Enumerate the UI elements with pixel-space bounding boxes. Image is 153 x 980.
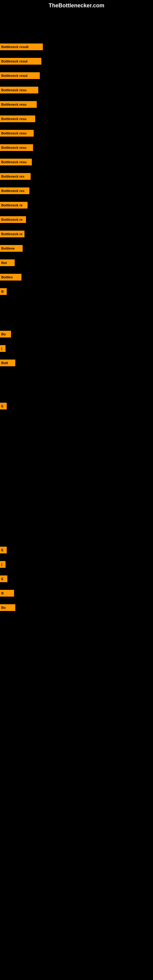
bottleneck-bar-18: Bo (0, 331, 11, 337)
bottleneck-bar-9: Bottleneck res (0, 173, 30, 180)
bottleneck-bar-5: Bottleneck resu (0, 115, 35, 122)
bottleneck-bar-11: Bottleneck re (0, 202, 27, 208)
bottleneck-bar-26: Bo (0, 604, 15, 611)
bottleneck-bar-7: Bottleneck resu (0, 144, 33, 151)
bottleneck-bar-12: Bottleneck re (0, 216, 26, 223)
bottleneck-bar-10: Bottleneck res (0, 188, 29, 194)
bottleneck-bar-0: Bottleneck result (0, 43, 43, 50)
bottleneck-bar-1: Bottleneck resul (0, 58, 41, 65)
site-title: TheBottlenecker.com (0, 0, 153, 10)
bottleneck-bar-2: Bottleneck resul (0, 72, 40, 79)
bottleneck-bar-17: B (0, 288, 7, 295)
bottleneck-bar-15: Bot (0, 259, 15, 266)
bottleneck-bar-3: Bottleneck resu (0, 87, 38, 94)
bottleneck-bar-21: E (0, 403, 7, 409)
bottleneck-bar-19: | (0, 345, 5, 352)
bottleneck-bar-24: E (0, 576, 7, 582)
bottleneck-bar-8: Bottleneck resu (0, 159, 32, 165)
bottleneck-bar-6: Bottleneck resu (0, 130, 33, 137)
bottleneck-bar-22: E (0, 547, 7, 554)
bottleneck-bar-23: | (0, 561, 5, 568)
bottleneck-bar-16: Bottlen (0, 274, 21, 280)
bottleneck-bar-4: Bottleneck resu (0, 101, 37, 108)
bottleneck-bar-14: Bottlene (0, 245, 22, 252)
bottleneck-bar-25: B (0, 590, 14, 597)
bottleneck-bar-20: Bott (0, 360, 15, 366)
bottleneck-bar-13: Bottleneck re (0, 231, 24, 237)
